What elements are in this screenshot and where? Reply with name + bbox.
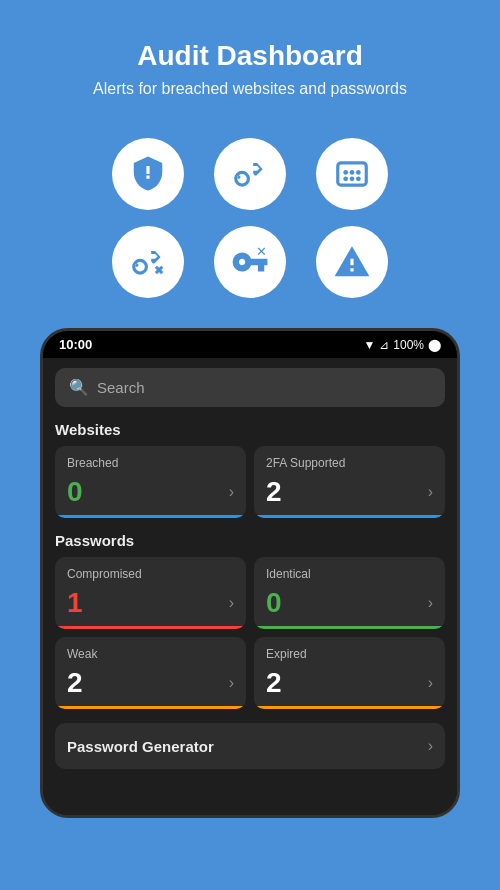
wifi-icon: ▼	[363, 338, 375, 352]
expired-arrow: ›	[428, 674, 433, 692]
twofa-card[interactable]: 2FA Supported 2 ›	[254, 446, 445, 518]
breached-value: 0	[67, 476, 83, 508]
weak-arrow: ›	[229, 674, 234, 692]
svg-point-4	[343, 176, 348, 181]
compromised-label: Compromised	[67, 567, 234, 581]
breached-bottom: 0 ›	[67, 476, 234, 508]
passwords-cards-grid: Compromised 1 › Identical 0 › Weak 2	[55, 557, 445, 709]
twofa-label: 2FA Supported	[266, 456, 433, 470]
weak-value: 2	[67, 667, 83, 699]
status-icons: ▼ ⊿ 100% ⬤	[363, 338, 441, 352]
weak-card[interactable]: Weak 2 ›	[55, 637, 246, 709]
twofa-indicator	[254, 515, 445, 518]
expired-label: Expired	[266, 647, 433, 661]
key-blocked-icon[interactable]	[112, 226, 184, 298]
feature-icons-grid: ✕	[112, 118, 388, 328]
svg-text:✕: ✕	[256, 245, 267, 259]
search-bar[interactable]: 🔍 Search	[55, 368, 445, 407]
svg-point-5	[350, 176, 355, 181]
signal-icon: ⊿	[379, 338, 389, 352]
search-placeholder: Search	[97, 379, 145, 396]
key-icon[interactable]: ✕	[214, 226, 286, 298]
weak-label: Weak	[67, 647, 234, 661]
shield-alert-icon[interactable]	[112, 138, 184, 210]
grid-password-icon[interactable]	[316, 138, 388, 210]
svg-point-2	[350, 170, 355, 175]
battery-text: 100%	[393, 338, 424, 352]
identical-value: 0	[266, 587, 282, 619]
icons-row-bottom: ✕	[112, 226, 388, 298]
search-icon: 🔍	[69, 378, 89, 397]
compromised-bottom: 1 ›	[67, 587, 234, 619]
weak-bottom: 2 ›	[67, 667, 234, 699]
battery-icon: ⬤	[428, 338, 441, 352]
breached-label: Breached	[67, 456, 234, 470]
expired-bottom: 2 ›	[266, 667, 433, 699]
breached-arrow: ›	[229, 483, 234, 501]
identical-card[interactable]: Identical 0 ›	[254, 557, 445, 629]
app-content: 🔍 Search Websites Breached 0 › 2FA Suppo…	[43, 358, 457, 815]
page-title: Audit Dashboard	[30, 40, 470, 72]
pw-gen-arrow: ›	[428, 737, 433, 755]
expired-card[interactable]: Expired 2 ›	[254, 637, 445, 709]
websites-section-label: Websites	[55, 421, 445, 438]
identical-indicator	[254, 626, 445, 629]
password-generator-row[interactable]: Password Generator ›	[55, 723, 445, 769]
websites-cards-grid: Breached 0 › 2FA Supported 2 ›	[55, 446, 445, 518]
status-time: 10:00	[59, 337, 92, 352]
svg-point-1	[343, 170, 348, 175]
svg-point-6	[356, 176, 361, 181]
twofa-bottom: 2 ›	[266, 476, 433, 508]
expired-indicator	[254, 706, 445, 709]
identical-arrow: ›	[428, 594, 433, 612]
identical-bottom: 0 ›	[266, 587, 433, 619]
compromised-card[interactable]: Compromised 1 ›	[55, 557, 246, 629]
identical-label: Identical	[266, 567, 433, 581]
expired-value: 2	[266, 667, 282, 699]
key-rotate-icon[interactable]	[214, 138, 286, 210]
breached-indicator	[55, 515, 246, 518]
passwords-section-label: Passwords	[55, 532, 445, 549]
phone-mockup: 10:00 ▼ ⊿ 100% ⬤ 🔍 Search Websites Breac…	[40, 328, 460, 818]
compromised-indicator	[55, 626, 246, 629]
header-section: Audit Dashboard Alerts for breached webs…	[0, 0, 500, 118]
twofa-arrow: ›	[428, 483, 433, 501]
compromised-value: 1	[67, 587, 83, 619]
status-bar: 10:00 ▼ ⊿ 100% ⬤	[43, 331, 457, 358]
weak-indicator	[55, 706, 246, 709]
warning-icon[interactable]	[316, 226, 388, 298]
icons-row-top	[112, 138, 388, 210]
page-subtitle: Alerts for breached websites and passwor…	[30, 80, 470, 98]
pw-gen-label: Password Generator	[67, 738, 214, 755]
compromised-arrow: ›	[229, 594, 234, 612]
svg-point-3	[356, 170, 361, 175]
twofa-value: 2	[266, 476, 282, 508]
breached-card[interactable]: Breached 0 ›	[55, 446, 246, 518]
